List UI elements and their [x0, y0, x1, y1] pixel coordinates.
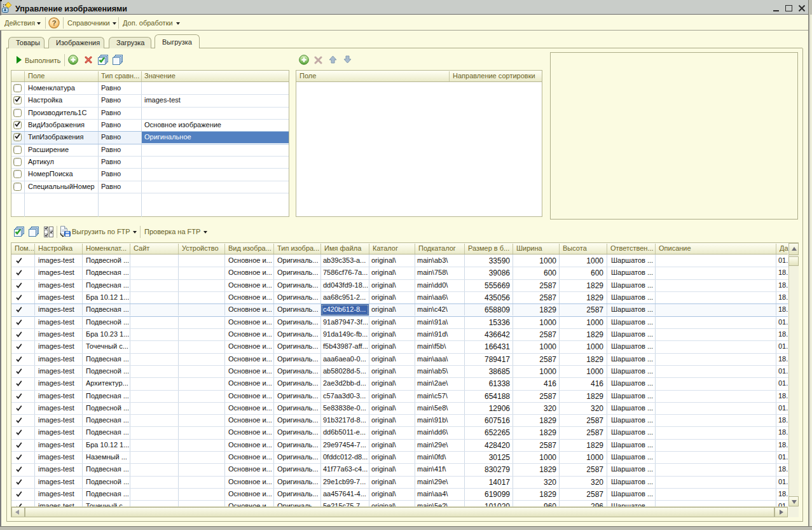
svg-text:?: ? [52, 19, 57, 27]
